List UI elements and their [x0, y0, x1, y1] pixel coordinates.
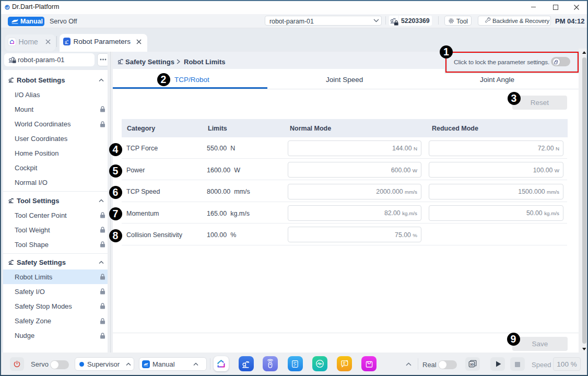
svg-text:3D: 3D	[470, 363, 474, 366]
